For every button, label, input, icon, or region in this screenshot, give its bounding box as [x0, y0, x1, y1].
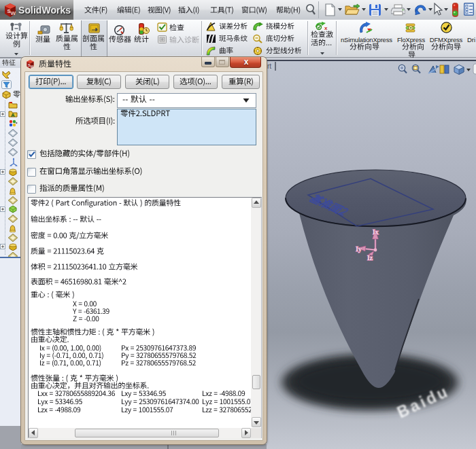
svg-text:W: W [31, 65, 35, 69]
svg-text:Iy: Iy [356, 245, 362, 253]
svg-text:A: A [11, 112, 15, 118]
svg-text:Ix: Ix [373, 228, 379, 236]
svg-text:W: W [11, 10, 16, 16]
svg-text:Iz: Iz [367, 254, 373, 262]
